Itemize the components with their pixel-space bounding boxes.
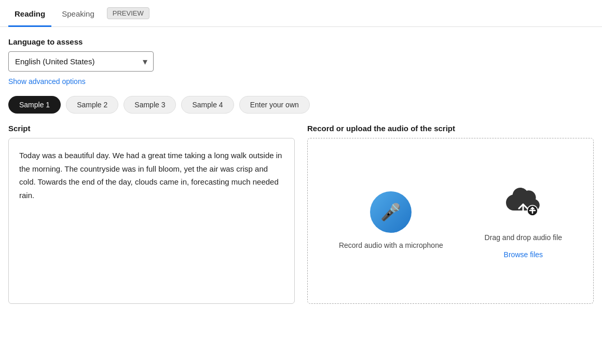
upload-option[interactable]: Drag and drop audio file Browse files	[485, 184, 562, 259]
audio-upload-box[interactable]: 🎤 Record audio with a microphone	[307, 138, 594, 304]
upload-icon-wrap	[502, 184, 544, 225]
language-select[interactable]: English (United States) English (United …	[8, 51, 154, 72]
audio-label: Record or upload the audio of the script	[307, 124, 594, 133]
language-label: Language to assess	[8, 37, 594, 46]
sample-pills: Sample 1 Sample 2 Sample 3 Sample 4 Ente…	[8, 96, 594, 114]
main-content: Language to assess English (United State…	[0, 27, 602, 314]
preview-badge: PREVIEW	[107, 7, 149, 19]
script-text: Today was a beautiful day. We had a grea…	[8, 138, 295, 304]
pill-sample4[interactable]: Sample 4	[181, 96, 234, 114]
pill-sample3[interactable]: Sample 3	[124, 96, 176, 114]
record-description: Record audio with a microphone	[339, 240, 443, 251]
upload-description: Drag and drop audio file	[485, 232, 562, 243]
main-layout: Script Today was a beautiful day. We had…	[8, 124, 594, 304]
cloud-upload-icon	[504, 187, 542, 222]
tab-speaking[interactable]: Speaking	[56, 0, 101, 27]
pill-sample2[interactable]: Sample 2	[66, 96, 118, 114]
language-select-wrapper: English (United States) English (United …	[8, 51, 154, 72]
pill-enter-own[interactable]: Enter your own	[239, 96, 310, 114]
record-option[interactable]: 🎤 Record audio with a microphone	[339, 191, 443, 251]
microphone-icon: 🎤	[380, 202, 401, 222]
script-label: Script	[8, 124, 295, 133]
microphone-button[interactable]: 🎤	[370, 191, 412, 233]
tabs-bar: Reading Speaking PREVIEW	[0, 0, 602, 27]
pill-sample1[interactable]: Sample 1	[8, 96, 61, 114]
script-section: Script Today was a beautiful day. We had…	[8, 124, 295, 304]
tab-reading[interactable]: Reading	[8, 0, 51, 27]
browse-files-link[interactable]: Browse files	[504, 250, 543, 259]
show-advanced-link[interactable]: Show advanced options	[8, 77, 86, 86]
audio-section: Record or upload the audio of the script…	[307, 124, 594, 304]
